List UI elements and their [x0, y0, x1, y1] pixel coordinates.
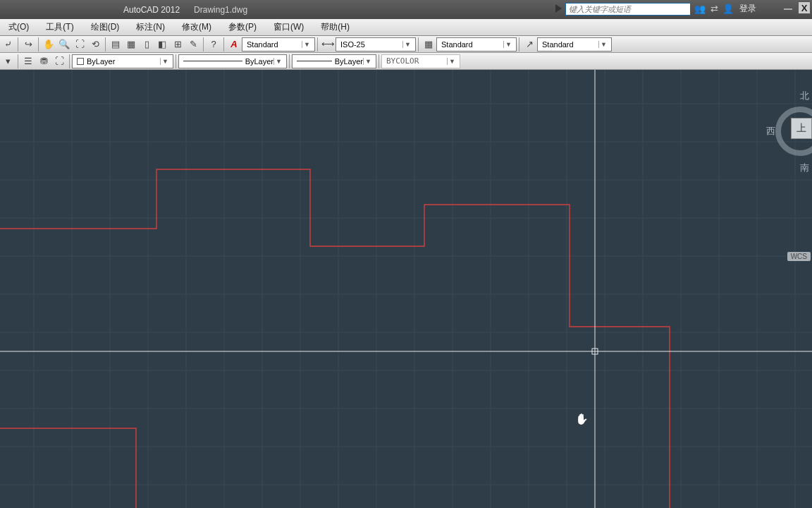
clean-screen-icon[interactable]: ◧ — [154, 37, 170, 52]
design-center-icon[interactable]: ⊞ — [170, 37, 185, 52]
mleader-style-combo[interactable]: Standard▼ — [537, 37, 612, 52]
zoom-icon[interactable]: 🔍 — [56, 37, 72, 52]
text-style-combo[interactable]: Standard▼ — [242, 37, 315, 52]
layer-combo[interactable]: ByLayer▼ — [72, 54, 173, 68]
sheet-set-icon[interactable]: ▦ — [123, 37, 139, 52]
login-button[interactable]: 登录 — [739, 3, 756, 15]
close-icon[interactable]: X — [798, 1, 811, 14]
toolbar-row-2: ▾ ☰ ⛃ ⛶ ByLayer▼ ByLayer▼ ByLayer▼ BYCOL… — [0, 53, 812, 70]
menu-help[interactable]: 帮助(H) — [312, 21, 358, 33]
drawing-canvas[interactable]: ✋ X 北 西 南 上 WCS — [0, 70, 812, 508]
mleader-style-icon[interactable]: ↗ — [522, 37, 537, 52]
undo-dropdown-icon[interactable]: ⤶ — [0, 37, 16, 52]
zoom-window-icon[interactable]: ⛶ — [72, 37, 87, 52]
lineweight-combo[interactable]: ByLayer▼ — [292, 54, 376, 68]
crosshair-cursor — [0, 70, 812, 508]
pan-cursor-icon: ✋ — [575, 413, 589, 425]
document-name: Drawing1.dwg — [194, 5, 247, 15]
menu-draw[interactable]: 绘图(D) — [82, 21, 128, 33]
binoculars-icon[interactable]: 👥 — [694, 4, 706, 15]
minimize-icon[interactable] — [784, 8, 792, 10]
menu-bar: 式(O) 工具(T) 绘图(D) 标注(N) 修改(M) 参数(P) 窗口(W)… — [0, 19, 812, 36]
menu-parametric[interactable]: 参数(P) — [220, 21, 265, 33]
menu-modify[interactable]: 修改(M) — [173, 21, 220, 33]
layer-tool-icon[interactable]: ⛶ — [51, 54, 67, 69]
play-icon — [555, 4, 562, 13]
table-style-combo[interactable]: Standard▼ — [436, 37, 517, 52]
app-name: AutoCAD 2012 — [123, 5, 180, 15]
toolbar-row-1: ⤶ ↪ ✋ 🔍 ⛶ ⟲ ▤ ▦ ▯ ◧ ⊞ ✎ ? A Standard▼ ⟷ … — [0, 36, 812, 53]
menu-tools[interactable]: 工具(T) — [37, 21, 82, 33]
layer-states-icon[interactable]: ⛃ — [36, 54, 51, 69]
pan-icon[interactable]: ✋ — [41, 37, 56, 52]
help-icon[interactable]: ? — [206, 37, 221, 52]
tool-palettes-icon[interactable]: ▯ — [139, 37, 154, 52]
markup-icon[interactable]: ✎ — [185, 37, 201, 52]
menu-dimension[interactable]: 标注(N) — [128, 21, 173, 33]
menu-format[interactable]: 式(O) — [0, 21, 37, 33]
dim-style-icon[interactable]: ⟷ — [320, 37, 336, 52]
plot-style-combo[interactable]: BYCOLOR▼ — [381, 54, 460, 68]
text-style-icon[interactable]: A — [226, 37, 242, 52]
properties-icon[interactable]: ▤ — [108, 37, 123, 52]
user-icon[interactable]: 👤 — [722, 4, 734, 15]
exchange-icon[interactable]: ⇄ — [708, 4, 720, 15]
menu-window[interactable]: 窗口(W) — [265, 21, 312, 33]
linetype-combo[interactable]: ByLayer▼ — [178, 54, 287, 68]
layer-dropdown-icon[interactable]: ▾ — [0, 54, 16, 69]
layer-properties-icon[interactable]: ☰ — [20, 54, 36, 69]
title-bar: AutoCAD 2012 Drawing1.dwg 👥 ⇄ 👤 登录 X — [0, 0, 812, 19]
dim-style-combo[interactable]: ISO-25▼ — [336, 37, 416, 52]
redo-icon[interactable]: ↪ — [20, 37, 36, 52]
zoom-previous-icon[interactable]: ⟲ — [87, 37, 103, 52]
table-style-icon[interactable]: ▦ — [421, 37, 436, 52]
search-input[interactable] — [565, 3, 691, 16]
wcs-badge[interactable]: WCS — [787, 252, 811, 261]
